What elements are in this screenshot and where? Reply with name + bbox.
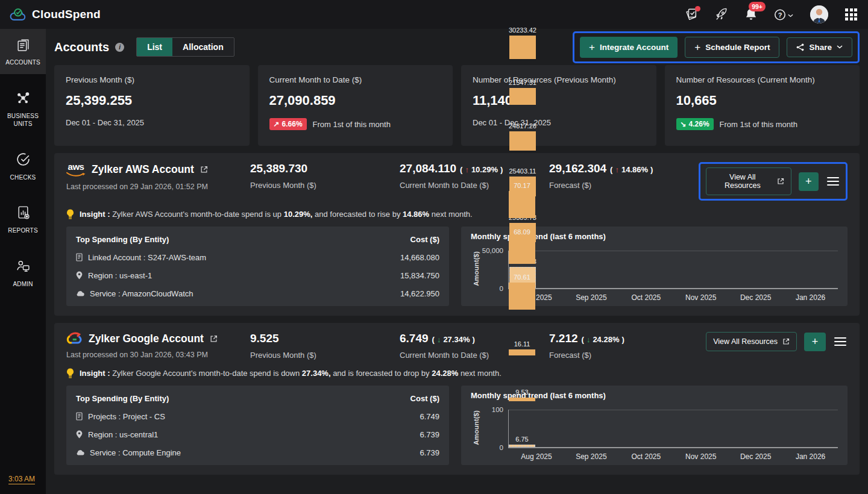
menu-icon[interactable] — [833, 336, 848, 348]
menu-icon[interactable] — [826, 176, 840, 187]
apps-grid-icon[interactable] — [845, 8, 857, 20]
page-header: Accounts i List Allocation + Integrate A… — [54, 29, 860, 65]
add-button[interactable]: + — [804, 333, 826, 351]
external-link-icon[interactable] — [200, 166, 208, 174]
bar-value-label: 70.61 — [514, 274, 530, 281]
header-actions-highlight: + Integrate Account + Schedule Report — [573, 31, 860, 63]
table-row: Service : Compute Engine 6.739 — [76, 443, 439, 461]
insight-row: Insight : Zylker AWS Account's month-to-… — [66, 209, 848, 219]
view-all-resources-button[interactable]: View All Resources — [706, 332, 797, 351]
last-processed: Last processed on 30 Jan 2026, 03:43 PM — [66, 351, 250, 359]
bar-value-label: 21547.31 — [509, 79, 536, 86]
view-all-resources-button[interactable]: View All Resources — [706, 167, 791, 195]
account-title: Zylker AWS Account — [92, 163, 194, 176]
bar-value-label: 68.09 — [514, 228, 530, 236]
bar-value-label: 6.75 — [515, 436, 528, 443]
bar-slot: 70.61 — [509, 264, 535, 310]
external-link-icon — [782, 338, 790, 345]
x-axis-tick-label: Aug 2025 — [509, 448, 564, 461]
account-tools-highlight: View All Resources + — [699, 162, 848, 201]
x-axis-tick-label: Nov 2025 — [673, 448, 728, 461]
chart-bar[interactable] — [509, 283, 535, 310]
bar-value-label: 16.11 — [514, 340, 530, 348]
bar-slot: 9.53 — [509, 355, 535, 401]
cloudspend-app: CloudSpend — [0, 0, 868, 494]
x-axis-tick-label: Oct 2025 — [618, 289, 673, 302]
stat-forecast: 29,162.304 (↑14.86%) Forecast ($) — [549, 162, 699, 190]
stat-previous-month: 25,389.730 Previous Month ($) — [250, 162, 400, 190]
stat-previous-month: 9.525 Previous Month ($) — [250, 332, 400, 360]
linked-account-icon — [76, 253, 83, 261]
summary-card-resources-previous: Number of Resources (Previous Month) 11,… — [461, 65, 656, 146]
add-button[interactable]: + — [799, 172, 819, 191]
chart-bar[interactable] — [509, 445, 535, 447]
external-link-icon[interactable] — [210, 335, 218, 343]
cloudspend-logo[interactable]: CloudSpend — [10, 7, 101, 22]
chart-bar[interactable] — [509, 88, 536, 105]
x-axis-tick-label: Sep 2025 — [564, 448, 618, 461]
help-icon[interactable]: ? — [774, 8, 793, 21]
last-processed: Last processed on 29 Jan 2026, 01:52 PM — [66, 183, 250, 191]
table-row: Region : us-east-1 15,834.750 — [76, 266, 439, 284]
main-content: Accounts i List Allocation + Integrate A… — [46, 29, 868, 494]
tasks-icon[interactable] — [685, 8, 698, 21]
view-toggle: List Allocation — [136, 37, 234, 57]
bar-slot: 24817.26 — [509, 105, 536, 151]
svg-text:?: ? — [778, 11, 782, 18]
cloud-logo-icon — [10, 7, 27, 22]
info-icon[interactable]: i — [115, 43, 124, 52]
rocket-icon[interactable] — [715, 8, 728, 21]
arrow-down-icon: ↓ — [587, 335, 591, 344]
trend-up-badge: ↗ 6.66% — [269, 118, 307, 130]
monthly-trend-chart: Monthly spend trend (last 6 months) Amou… — [461, 386, 848, 465]
navbar-actions: 99+ ? — [685, 5, 857, 23]
notification-count-badge: 99+ — [749, 2, 766, 11]
bar-value-label: 9.53 — [515, 389, 528, 396]
x-axis-tick-label: Oct 2025 — [618, 448, 673, 461]
bar-value-label: 70.17 — [514, 182, 530, 189]
sidebar-item-admin[interactable]: ADMIN — [0, 251, 46, 296]
top-navbar: CloudSpend — [0, 0, 868, 29]
schedule-report-button[interactable]: + Schedule Report — [685, 37, 779, 58]
y-axis-label: Amount($) — [473, 407, 480, 449]
account-title: Zylker Google Account — [89, 333, 204, 345]
arrow-up-icon: ↑ — [615, 165, 619, 174]
sidebar-item-reports[interactable]: REPORTS — [0, 197, 46, 242]
bar-slot: 70.17 — [509, 172, 535, 218]
user-avatar[interactable] — [810, 5, 828, 23]
bell-icon[interactable]: 99+ — [745, 8, 757, 21]
chart-bar[interactable] — [509, 131, 536, 151]
clock-link[interactable]: 3:03 AM — [8, 475, 35, 484]
brand-name: CloudSpend — [32, 8, 101, 21]
x-axis-tick-label: Sep 2025 — [564, 289, 618, 302]
trend-up-icon: ↗ — [274, 120, 280, 128]
chevron-down-icon — [837, 45, 843, 49]
share-button[interactable]: Share — [787, 37, 852, 57]
integrate-account-button[interactable]: + Integrate Account — [580, 37, 678, 58]
y-axis: 100 0 — [480, 410, 508, 448]
summary-card-previous-month: Previous Month ($) 25,399.255 Dec 01 - D… — [54, 65, 250, 146]
x-axis-labels: Aug 2025Sep 2025Oct 2025Nov 2025Dec 2025… — [508, 448, 838, 461]
chart-bar[interactable] — [509, 237, 535, 264]
plus-icon: + — [694, 42, 700, 52]
external-link-icon — [777, 178, 784, 185]
bar-slot: 21547.31 — [509, 59, 536, 105]
y-axis: 50,000 0 — [480, 251, 508, 289]
sidebar-item-business-units[interactable]: BUSINESS UNITS — [0, 83, 46, 136]
cloud-service-icon — [76, 449, 84, 455]
chart-bar[interactable] — [509, 349, 535, 355]
page-title: Accounts — [54, 40, 109, 54]
trend-down-icon: ↘ — [681, 120, 687, 128]
accounts-icon — [16, 37, 31, 54]
chart-bar[interactable] — [509, 191, 535, 218]
stat-forecast: 7.212 (↓24.28%) Forecast ($) — [549, 332, 699, 360]
sidebar-item-checks[interactable]: CHECKS — [0, 144, 46, 189]
linked-account-icon — [76, 412, 83, 421]
tab-allocation[interactable]: Allocation — [172, 38, 234, 56]
tab-list[interactable]: List — [137, 38, 172, 56]
chart-bar[interactable] — [509, 36, 536, 59]
chart-bar[interactable] — [509, 398, 535, 401]
share-icon — [796, 43, 804, 51]
table-row: Service : AmazonCloudWatch 14,622.950 — [76, 284, 439, 302]
sidebar-item-accounts[interactable]: ACCOUNTS — [0, 29, 46, 74]
